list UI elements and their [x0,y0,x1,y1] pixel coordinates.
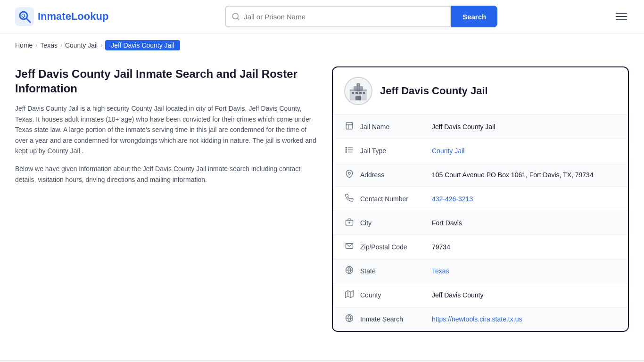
info-row-zip: Zip/Postal Code 79734 [333,235,628,259]
info-value-jail-name: Jeff Davis County Jail [432,123,495,131]
main-content: Jeff Davis County Jail Inmate Search and… [0,57,644,341]
info-row-contact: Contact Number 432-426-3213 [333,187,628,211]
svg-point-25 [348,172,351,174]
info-row-address: Address 105 Court Avenue PO Box 1061, Fo… [333,163,628,187]
jail-avatar [344,77,372,105]
logo-icon: Q [15,7,34,26]
svg-point-24 [346,151,347,152]
breadcrumb: Home › Texas › County Jail › Jeff Davis … [0,33,644,57]
page-sub-description: Below we have given information about th… [15,164,317,185]
breadcrumb-separator: › [100,42,102,49]
info-value-link-jail-type[interactable]: County Jail [432,147,464,155]
card-jail-name: Jeff Davis County Jail [380,85,488,97]
info-value-container-jail-type: County Jail [432,147,617,155]
globe-icon [344,266,355,276]
info-value-address: 105 Court Avenue PO Box 1061, Fort Davis… [432,171,594,179]
logo[interactable]: Q InmateLookup [15,7,108,26]
info-value-container-inmate-search: https://newtools.cira.state.tx.us [432,315,617,323]
info-row-state: State Texas [333,259,628,283]
info-value-county: Jeff Davis County [432,291,483,299]
building-icon [348,81,369,101]
breadcrumb-separator: › [35,42,37,49]
list-icon [344,146,355,156]
footer [0,360,644,362]
info-label-inmate-search: Inmate Search [360,315,426,323]
logo-text: InmateLookup [38,10,108,23]
building-icon [344,122,355,132]
info-value-link-contact[interactable]: 432-426-3213 [432,195,473,203]
breadcrumb-current: Jeff Davis County Jail [105,40,180,50]
menu-line [616,16,627,17]
card-header: Jeff Davis County Jail [333,67,628,115]
search-wrapper [225,6,451,27]
info-value-container-address: 105 Court Avenue PO Box 1061, Fort Davis… [432,171,617,179]
info-row-inmate-search: Inmate Search https://newtools.cira.stat… [333,307,628,331]
info-value-container-city: Fort Davis [432,219,617,227]
svg-rect-12 [363,92,365,94]
page-title: Jeff Davis County Jail Inmate Search and… [15,66,317,96]
info-label-county: County [360,291,426,299]
header: Q InmateLookup Search [0,0,644,33]
info-value-link-state[interactable]: Texas [432,267,449,275]
svg-point-23 [346,149,347,150]
mail-icon [344,242,355,252]
svg-rect-16 [346,123,353,129]
info-label-city: City [360,219,426,227]
info-label-contact: Contact Number [360,195,426,203]
svg-rect-8 [356,83,360,86]
info-value-container-state: Texas [432,267,617,275]
breadcrumb-home[interactable]: Home [15,41,33,49]
info-rows: Jail Name Jeff Davis County Jail Jail Ty… [333,115,628,331]
left-column: Jeff Davis County Jail Inmate Search and… [15,66,317,185]
city-icon [344,218,355,228]
search-area: Search [225,6,497,27]
search-button[interactable]: Search [451,6,497,27]
info-value-city: Fort Davis [432,219,462,227]
info-row-jail-name: Jail Name Jeff Davis County Jail [333,115,628,139]
info-value-zip: 79734 [432,243,450,251]
svg-point-22 [346,147,347,148]
info-label-jail-type: Jail Type [360,147,426,155]
info-value-link-inmate-search[interactable]: https://newtools.cira.state.tx.us [432,315,522,323]
svg-rect-9 [352,92,354,94]
hamburger-menu-button[interactable] [614,11,629,22]
info-label-address: Address [360,171,426,179]
search-input[interactable] [244,13,445,21]
location-icon [344,170,355,180]
breadcrumb-separator: › [60,42,62,49]
breadcrumb-state[interactable]: Texas [40,41,58,49]
info-card: Jeff Davis County Jail Jail Name Jeff Da… [332,66,629,332]
info-value-container-county: Jeff Davis County [432,291,617,299]
info-value-container-contact: 432-426-3213 [432,195,617,203]
map-icon [344,290,355,300]
menu-line [616,19,627,20]
svg-rect-11 [359,92,362,94]
info-label-zip: Zip/Postal Code [360,243,426,251]
page-description: Jeff Davis County Jail is a high securit… [15,103,317,156]
right-column: Jeff Davis County Jail Jail Name Jeff Da… [332,66,629,332]
info-value-container-zip: 79734 [432,243,617,251]
info-label-jail-name: Jail Name [360,123,426,131]
svg-rect-10 [355,92,358,94]
svg-line-5 [238,18,239,19]
phone-icon [344,194,355,204]
svg-marker-32 [346,291,354,298]
info-label-state: State [360,267,426,275]
svg-text:Q: Q [21,13,25,18]
info-row-county: County Jeff Davis County [333,283,628,307]
menu-line [616,13,627,14]
info-row-city: City Fort Davis [333,211,628,235]
info-row-jail-type: Jail Type County Jail [333,139,628,163]
web-icon [344,314,355,324]
svg-rect-13 [355,96,361,100]
breadcrumb-type[interactable]: County Jail [65,41,98,49]
info-value-container-jail-name: Jeff Davis County Jail [432,123,617,131]
search-icon [231,12,240,21]
